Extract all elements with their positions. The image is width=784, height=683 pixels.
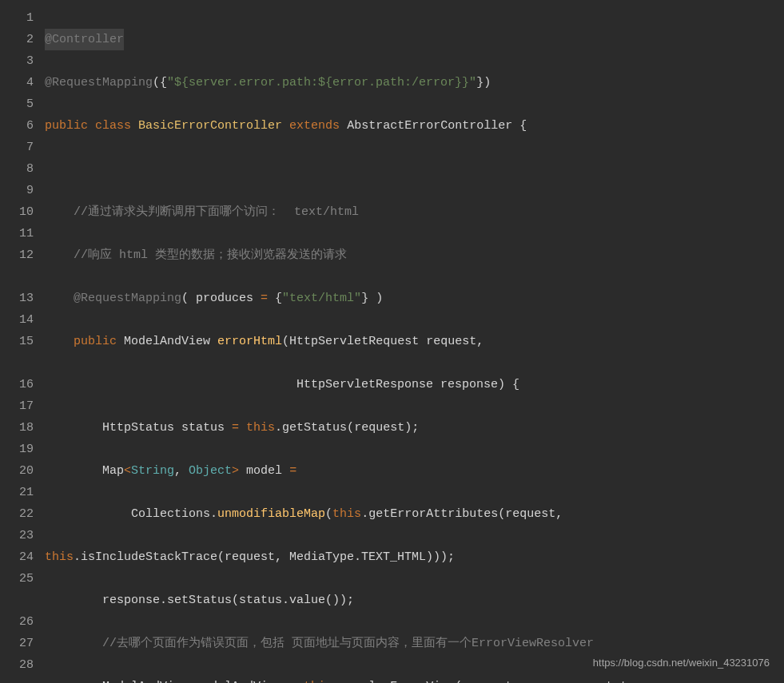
line-number: 18 <box>0 417 34 439</box>
line-number: 26 <box>0 611 34 633</box>
line-number: 10 <box>0 201 34 223</box>
line-number: 28 <box>0 654 34 676</box>
line-number: 11 <box>0 223 34 244</box>
line-number: 24 <box>0 546 34 568</box>
line-number: 2 <box>0 29 34 50</box>
annotation: @Controller <box>45 33 124 46</box>
line-number: 8 <box>0 158 34 180</box>
code-line[interactable]: public ModelAndView errorHtml(HttpServle… <box>45 331 784 352</box>
line-number: 21 <box>0 482 34 503</box>
line-number-wrap <box>0 590 34 611</box>
line-number: 5 <box>0 93 34 115</box>
code-line[interactable]: public class BasicErrorController extend… <box>45 115 784 137</box>
line-number: 17 <box>0 395 34 417</box>
line-number: 27 <box>0 633 34 654</box>
code-line[interactable]: //去哪个页面作为错误页面，包括 页面地址与页面内容，里面有一个ErrorVie… <box>45 633 784 654</box>
line-number: 20 <box>0 460 34 482</box>
code-line[interactable]: @Controller <box>45 29 784 50</box>
line-number: 13 <box>0 288 34 309</box>
code-line[interactable]: this.isIncludeStackTrace(request, MediaT… <box>45 546 784 568</box>
line-number: 23 <box>0 525 34 546</box>
code-line[interactable]: //通过请求头判断调用下面哪个访问： text/html <box>45 201 784 223</box>
code-line[interactable]: //响应 html 类型的数据；接收浏览器发送的请求 <box>45 244 784 266</box>
line-number: 14 <box>0 309 34 331</box>
code-line[interactable]: Collections.unmodifiableMap(this.getErro… <box>45 503 784 525</box>
line-number: 22 <box>0 503 34 525</box>
line-number-gutter: 1 2 3 4 5 6 7 8 9 10 11 12 13 14 15 16 1… <box>0 0 45 683</box>
code-line[interactable]: @RequestMapping( produces = {"text/html"… <box>45 288 784 309</box>
code-content[interactable]: @Controller @RequestMapping({"${server.e… <box>45 0 784 683</box>
annotation: @RequestMapping <box>74 292 181 305</box>
line-number: 19 <box>0 439 34 460</box>
line-number: 9 <box>0 180 34 201</box>
annotation: @RequestMapping <box>45 76 153 89</box>
line-number-wrap <box>0 352 34 374</box>
code-line[interactable]: HttpStatus status = this.getStatus(reque… <box>45 417 784 439</box>
line-number: 4 <box>0 72 34 93</box>
line-number: 16 <box>0 374 34 395</box>
line-number: 3 <box>0 50 34 72</box>
code-line[interactable] <box>45 158 784 180</box>
line-number: 6 <box>0 115 34 137</box>
code-editor[interactable]: 1 2 3 4 5 6 7 8 9 10 11 12 13 14 15 16 1… <box>0 0 784 683</box>
code-line[interactable]: Map<String, Object> model = <box>45 460 784 482</box>
code-line[interactable]: ModelAndView modelAndView = this.resolve… <box>45 676 784 683</box>
line-number: 25 <box>0 568 34 590</box>
line-number-wrap <box>0 266 34 288</box>
line-number: 12 <box>0 244 34 266</box>
code-line[interactable]: @RequestMapping({"${server.error.path:${… <box>45 72 784 93</box>
code-line[interactable]: HttpServletResponse response) { <box>45 374 784 395</box>
line-number: 1 <box>0 7 34 29</box>
code-line[interactable]: response.setStatus(status.value()); <box>45 590 784 611</box>
line-number: 15 <box>0 331 34 352</box>
line-number: 7 <box>0 137 34 158</box>
watermark-text: https://blog.csdn.net/weixin_43231076 <box>593 652 770 673</box>
